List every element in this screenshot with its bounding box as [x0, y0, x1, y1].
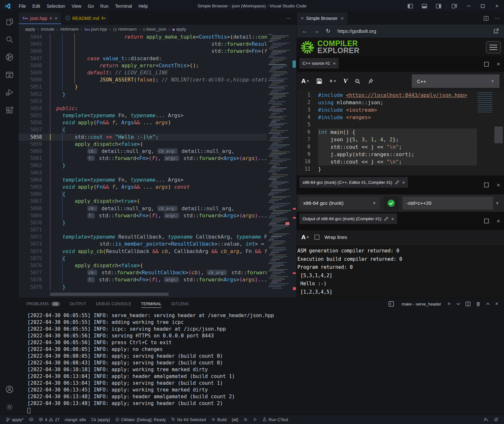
code-line[interactable]: 5060 cb: detail::null_arg, cb_arg: detai… — [19, 148, 296, 155]
ce-code-line[interactable]: 10 std::cout << j << "\n"; — [297, 158, 504, 165]
open-external-icon[interactable] — [493, 28, 499, 34]
rename-pane-icon[interactable] — [395, 180, 399, 184]
status-item-cmake-kit[interactable]: No Kit Selected — [169, 417, 209, 422]
toggle-secondary-sidebar-icon[interactable] — [431, 0, 446, 12]
ce-code-line[interactable]: 11} — [297, 165, 504, 173]
kill-terminal-icon[interactable] — [476, 302, 480, 306]
code-line[interactable]: 5058 std::cout << "Hello :-)\n"; — [19, 134, 296, 141]
ce-code-line[interactable]: 6int main() { — [297, 128, 504, 136]
customize-layout-icon[interactable] — [447, 0, 461, 12]
split-terminal-icon[interactable] — [466, 302, 470, 306]
ce-code-line[interactable]: 7 json j{5, 3, 1, 4, 2}; — [297, 136, 504, 143]
menu-item-go[interactable]: Go — [84, 0, 97, 12]
split-editor-icon[interactable] — [484, 16, 489, 21]
status-item-git-branch[interactable]: apply* — [3, 417, 26, 422]
code-line[interactable]: 5051 } — [19, 83, 296, 90]
run-debug-icon[interactable] — [5, 88, 14, 97]
code-line[interactable]: 5064 template<typename Fn, typename... A… — [19, 176, 296, 184]
panel-tab-problems[interactable]: PROBLEMS 31 — [26, 300, 60, 307]
menu-item-selection[interactable]: Selection — [44, 0, 69, 12]
close-tab-icon[interactable]: × — [341, 15, 344, 21]
source-control-icon[interactable] — [5, 53, 14, 61]
status-item-problems[interactable]: 427 — [36, 417, 62, 422]
code-line[interactable]: 5074 void apply_cb(ResultCallback && cb,… — [19, 248, 296, 255]
code-line[interactable]: 5069 f: std::forward<Fn>(f), args: std::… — [19, 212, 296, 219]
more-actions-icon[interactable]: ⋯ — [494, 15, 499, 21]
back-icon[interactable]: ← — [302, 28, 307, 34]
code-line[interactable]: 5063 — [19, 169, 296, 176]
status-item-cmake-target[interactable]: [all] — [229, 417, 241, 422]
status-item-feedback[interactable] — [481, 417, 491, 422]
menu-item-run[interactable]: Run — [97, 0, 112, 12]
close-pane-icon[interactable]: × — [497, 182, 500, 189]
account-icon[interactable] — [5, 385, 14, 394]
source-pane-tab[interactable]: C++ source #1 × — [299, 58, 339, 69]
close-pane-icon[interactable]: × — [402, 180, 405, 185]
status-item-run-ctest[interactable]: Run CTest — [260, 417, 291, 422]
status-item-cmake-build[interactable]: Build — [208, 417, 229, 422]
code-line[interactable]: 5065 void apply(Fn&& f, Args&& ... args)… — [19, 184, 296, 191]
code-line[interactable]: 5049 default: // LCOV_EXCL_LINE — [19, 69, 296, 76]
save-icon[interactable] — [316, 78, 322, 84]
status-item-cmake-status[interactable]: CMake: [Debug]: Ready — [112, 417, 169, 422]
tab-simple-browser[interactable]: ≡ Simple Browser × — [297, 12, 348, 24]
breadcrumb-item[interactable]: ◇ basic_json — [142, 27, 166, 32]
pin-icon[interactable] — [368, 78, 373, 84]
zoom-icon[interactable] — [354, 78, 361, 84]
compiler-select[interactable]: x86-64 gcc (trunk) ▼ — [299, 197, 380, 210]
settings-gear-icon[interactable] — [5, 403, 14, 411]
source-code-editor[interactable]: 1#include <https://localhost:8443/apply/… — [297, 90, 504, 175]
breadcrumb-item[interactable]: nlohmann — [60, 27, 79, 32]
compiler-pane-tab[interactable]: x86-64 gcc (trunk) (C++, Editor #1, Comp… — [299, 177, 408, 188]
maximize-icon[interactable] — [476, 0, 490, 12]
code-line[interactable]: 5052 } — [19, 91, 296, 98]
editor-actions-more-icon[interactable]: ⋯ — [286, 12, 296, 24]
add-pane-icon[interactable]: +▼ — [329, 78, 336, 85]
ce-code-line[interactable]: 9 j.apply(std::ranges::sort); — [297, 151, 504, 158]
extensions-icon[interactable] — [5, 106, 14, 115]
panel-tab-debug-console[interactable]: DEBUG CONSOLE — [96, 300, 131, 307]
code-line[interactable]: 5073 std::is_member_pointer<ResultCallba… — [19, 240, 296, 248]
status-item-notifications[interactable] — [491, 417, 501, 422]
code-line[interactable]: 5050 JSON_ASSERT(false); // NOLINT(cert-… — [19, 76, 296, 83]
compiler-options-input[interactable]: -std=c++20 — [402, 197, 493, 210]
toggle-panel-icon[interactable] — [417, 0, 431, 12]
terminal-output[interactable]: [2022-04-30 06:05:55] INFO: serve_header… — [27, 312, 274, 413]
output-pane-tab[interactable]: Output of x86-64 gcc (trunk) (Compiler #… — [299, 213, 397, 224]
status-item-clangd-status[interactable]: clangd: idle — [62, 417, 89, 422]
menu-item-view[interactable]: View — [68, 0, 84, 12]
code-line[interactable]: 5062 } — [19, 162, 296, 169]
breadcrumb-item[interactable]: ◆ apply — [172, 27, 186, 32]
code-line[interactable]: 5057 { — [19, 126, 296, 133]
ce-code-line[interactable]: 3#include <iostream> — [297, 106, 504, 114]
breadcrumb[interactable]: apply›include›nlohmann›C++ json.hpp›{} n… — [19, 24, 296, 33]
menu-item-terminal[interactable]: Terminal — [112, 0, 135, 12]
code-line[interactable]: 5048 return apply_error<ConstThis>(); — [19, 62, 296, 69]
code-line[interactable]: 5047 case value_t::discarded: — [19, 55, 296, 62]
overview-ruler[interactable] — [292, 33, 296, 291]
reload-icon[interactable]: ↻ — [326, 28, 330, 34]
vim-mode-icon[interactable]: V — [344, 78, 348, 85]
tab-readme-md[interactable]: ⓘ README.md 9+ — [62, 12, 110, 24]
menu-item-edit[interactable]: Edit — [29, 0, 44, 12]
close-pane-icon[interactable]: × — [333, 61, 335, 66]
code-line[interactable]: 5061 f: std::forward<Fn>(f), args: std::… — [19, 155, 296, 162]
menu-item-help[interactable]: Help — [135, 0, 151, 12]
status-item-cmake-launch[interactable] — [250, 417, 260, 422]
code-line[interactable]: 5054 public: — [19, 105, 296, 112]
ce-code-line[interactable]: 8 std::cout << j << "\n"; — [297, 143, 504, 151]
ce-scrollbar[interactable] — [494, 127, 503, 143]
code-line[interactable]: 5055 template<typename Fn, typename... A… — [19, 112, 296, 119]
code-line[interactable]: 5067 apply_dispatch<true>( — [19, 198, 296, 205]
code-line[interactable]: 5078 f: std::forward<Fn>(f), args: std::… — [19, 276, 296, 283]
maximize-panel-icon[interactable] — [486, 303, 490, 305]
url-input[interactable]: https://godbolt.org — [337, 28, 487, 34]
maximize-pane-icon[interactable] — [484, 183, 489, 187]
ce-code-line[interactable]: 5 — [297, 121, 504, 128]
explorer-icon[interactable] — [5, 17, 14, 26]
close-pane-icon[interactable]: × — [497, 61, 500, 68]
code-line[interactable]: 5072 template<typename ResultCallback, t… — [19, 233, 296, 240]
wrap-lines-checkbox[interactable] — [315, 235, 319, 240]
code-line[interactable]: 5056 void apply(Fn&& f, Args&& ... args) — [19, 119, 296, 126]
status-item-publish[interactable] — [26, 417, 36, 422]
